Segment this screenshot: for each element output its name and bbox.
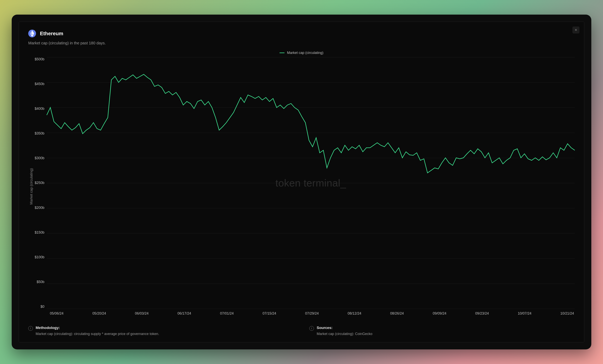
methodology-body: Market cap (circulating): circulating su…: [36, 332, 159, 336]
x-tick: 07/01/24: [220, 311, 234, 316]
y-tick: $400b: [35, 107, 44, 111]
x-tick: 10/07/24: [518, 311, 531, 316]
methodology-block: i Methodology: Market cap (circulating):…: [28, 326, 294, 336]
info-icon: i: [309, 326, 314, 331]
legend-label: Market cap (circulating): [287, 51, 323, 55]
y-axis-label: Market cap (circulating): [28, 57, 35, 316]
y-tick: $50b: [37, 280, 44, 284]
x-tick: 05/06/24: [50, 311, 63, 316]
x-tick: 08/26/24: [390, 311, 404, 316]
info-icon: i: [28, 326, 33, 331]
line-series: [47, 57, 575, 309]
close-button[interactable]: ×: [572, 26, 580, 34]
y-tick: $200b: [35, 206, 44, 210]
x-tick: 09/09/24: [433, 311, 446, 316]
plot-body: $500b$450b$400b$350b$300b$250b$200b$150b…: [35, 57, 575, 309]
chart-legend: Market cap (circulating): [28, 51, 575, 55]
panel-footer: i Methodology: Market cap (circulating):…: [28, 324, 575, 336]
y-tick: $250b: [35, 181, 44, 185]
legend-swatch: [279, 53, 285, 53]
app-window: × Ethereum Market cap (circulating) in t…: [12, 15, 591, 349]
x-axis: 05/06/2405/20/2406/03/2406/17/2407/01/24…: [35, 311, 575, 316]
chart-area: Market cap (circulating) $500b$450b$400b…: [28, 57, 575, 316]
y-tick: $150b: [35, 230, 44, 235]
methodology-title: Methodology:: [36, 326, 159, 330]
x-tick: 06/17/24: [177, 311, 191, 316]
sources-block: i Sources: Market cap (circulating): Coi…: [309, 326, 575, 336]
y-tick: $350b: [35, 131, 44, 136]
x-tick: 05/20/24: [92, 311, 106, 316]
chart-panel: × Ethereum Market cap (circulating) in t…: [19, 22, 584, 342]
page-title: Ethereum: [40, 31, 63, 37]
sources-title: Sources:: [317, 326, 372, 330]
sources-body: Market cap (circulating): CoinGecko: [317, 332, 372, 336]
x-tick: 07/29/24: [305, 311, 319, 316]
x-tick: 10/21/24: [560, 311, 574, 316]
plot-grid[interactable]: token terminal_: [47, 57, 575, 309]
y-tick: $500b: [35, 57, 44, 61]
x-tick: 07/15/24: [263, 311, 276, 316]
y-tick: $0: [41, 305, 44, 309]
x-tick: 09/23/24: [475, 311, 489, 316]
y-tick: $450b: [35, 82, 44, 86]
y-tick: $300b: [35, 156, 44, 160]
y-axis: $500b$450b$400b$350b$300b$250b$200b$150b…: [35, 57, 47, 309]
y-tick: $100b: [35, 255, 44, 259]
plot: $500b$450b$400b$350b$300b$250b$200b$150b…: [35, 57, 575, 316]
ethereum-icon: [28, 30, 36, 37]
close-icon: ×: [575, 28, 577, 32]
x-tick: 06/03/24: [135, 311, 149, 316]
page-subtitle: Market cap (circulating) in the past 180…: [28, 41, 575, 45]
x-tick: 08/12/24: [348, 311, 361, 316]
panel-header: Ethereum: [28, 30, 575, 37]
